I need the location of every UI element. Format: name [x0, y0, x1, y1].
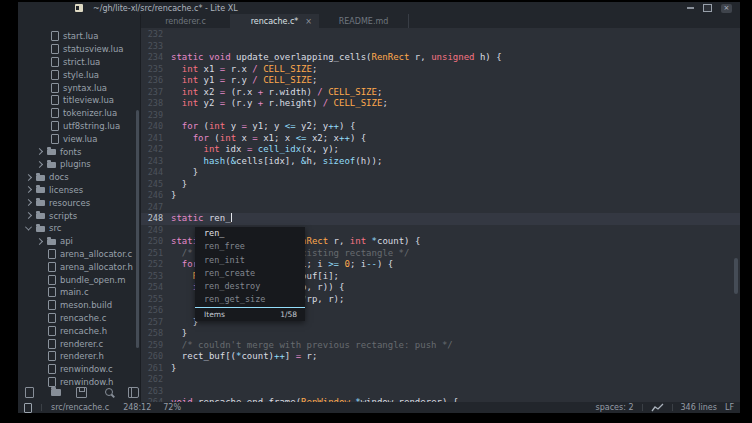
status-cursor-position[interactable]: 248:12 [123, 403, 151, 412]
save-icon [76, 387, 87, 398]
code-line[interactable]: 259 /* couldn't merge with previous rect… [141, 340, 740, 352]
chevron-right-icon[interactable] [25, 212, 32, 219]
tree-item-meson.build[interactable]: meson.build [18, 299, 140, 312]
status-line-ending[interactable]: LF [725, 403, 734, 412]
tree-item-syntax.lua[interactable]: syntax.lua [18, 81, 140, 94]
tree-item-statusview.lua[interactable]: statusview.lua [18, 43, 140, 56]
tree-item-strict.lua[interactable]: strict.lua [18, 56, 140, 69]
treeview-book-button[interactable] [127, 386, 140, 399]
tab-close-icon[interactable]: × [305, 14, 312, 28]
tree-item-main.c[interactable]: main.c [18, 286, 140, 299]
code-line[interactable]: 241 for (int x = x1; x <= x2; x++) { [141, 133, 740, 145]
code-line[interactable]: 239 [141, 110, 740, 122]
code-view[interactable]: 232233234static void update_overlapping_… [141, 28, 740, 402]
code-line[interactable]: 262 [141, 374, 740, 386]
code-line[interactable]: 246} [141, 190, 740, 202]
code-line[interactable]: 261} [141, 363, 740, 375]
tree-item-label: fonts [60, 147, 81, 157]
chevron-right-icon[interactable] [36, 161, 43, 168]
code-line[interactable]: 260 rect_buf[(*count)++] = r; [141, 351, 740, 363]
tree-item-docs[interactable]: docs [18, 171, 140, 184]
tree-item-titleview.lua[interactable]: titleview.lua [18, 94, 140, 107]
tab-rencache.c[interactable]: rencache.c*× [230, 14, 319, 28]
treeview-search-button[interactable] [101, 386, 114, 399]
maximize-icon[interactable] [703, 4, 712, 12]
autocomplete-item-ren_get_size[interactable]: ren_get_size [195, 293, 305, 306]
status-indent-mode[interactable]: spaces: 2 [596, 403, 634, 412]
code-line[interactable]: 238 int y2 = (r.y + r.height) / CELL_SIZ… [141, 98, 740, 110]
tree-item-src[interactable]: src [18, 222, 140, 235]
code-line[interactable]: 234static void update_overlapping_cells(… [141, 52, 740, 64]
code-line[interactable]: 247 [141, 202, 740, 214]
code-line[interactable]: 237 int x2 = (r.x + r.width) / CELL_SIZE… [141, 87, 740, 99]
code-line[interactable]: 233 [141, 41, 740, 53]
status-file-path[interactable]: src/rencache.c [51, 403, 109, 412]
code-line[interactable]: 258 } [141, 328, 740, 340]
tab-renderer.c[interactable]: renderer.c [141, 14, 230, 28]
code-line[interactable]: 264void rencache_end_frame(RenWindow *wi… [141, 397, 740, 402]
file-icon [48, 249, 56, 259]
code-line[interactable]: 245 } [141, 179, 740, 191]
tree-item-tokenizer.lua[interactable]: tokenizer.lua [18, 107, 140, 120]
tree-item-renderer.c[interactable]: renderer.c [18, 337, 140, 350]
tree-item-api[interactable]: api [18, 235, 140, 248]
editor-scrollbar[interactable] [734, 258, 738, 294]
chevron-right-icon[interactable] [25, 186, 32, 193]
code-line[interactable]: 240 for (int y = y1; y <= y2; y++) { [141, 121, 740, 133]
close-icon[interactable]: × [721, 4, 732, 13]
code-line[interactable]: 243 hash(&cells[idx], &h, sizeof(h)); [141, 156, 740, 168]
folder-icon [47, 239, 56, 245]
tree-item-renderer.h[interactable]: renderer.h [18, 350, 140, 363]
tree-item-rencache.h[interactable]: rencache.h [18, 324, 140, 337]
code-line[interactable]: 248static ren_ [141, 213, 740, 225]
code-line[interactable]: 232 [141, 29, 740, 41]
chevron-right-icon[interactable] [36, 148, 43, 155]
tree-item-arena_allocator.h[interactable]: arena_allocator.h [18, 260, 140, 273]
tree-item-utf8string.lua[interactable]: utf8string.lua [18, 120, 140, 133]
line-number: 258 [141, 328, 171, 340]
status-scroll-percent[interactable]: 72% [163, 403, 181, 412]
tree-item-style.lua[interactable]: style.lua [18, 68, 140, 81]
tree-item-scripts[interactable]: scripts [18, 209, 140, 222]
tree-item-resources[interactable]: resources [18, 196, 140, 209]
code-line[interactable]: 263 [141, 386, 740, 398]
tab-README.md[interactable]: README.md [319, 14, 408, 28]
tree-item-view.lua[interactable]: view.lua [18, 132, 140, 145]
chevron-right-icon[interactable] [36, 238, 43, 245]
line-number: 257 [141, 317, 171, 329]
treeview-save-button[interactable] [75, 386, 88, 399]
treeview-new-file-button[interactable] [23, 386, 36, 399]
autocomplete-item-ren_[interactable]: ren_ [195, 227, 305, 240]
tree-item-start.lua[interactable]: start.lua [18, 30, 140, 43]
tree-item-fonts[interactable]: fonts [18, 145, 140, 158]
tree-item-arena_allocator.c[interactable]: arena_allocator.c [18, 248, 140, 261]
code-line[interactable]: 236 int y1 = r.y / CELL_SIZE; [141, 75, 740, 87]
tree-item-plugins[interactable]: plugins [18, 158, 140, 171]
line-number: 232 [141, 29, 171, 41]
treeview-open-folder-button[interactable] [49, 386, 62, 399]
minimize-icon[interactable] [687, 7, 694, 9]
tree-item-licenses[interactable]: licenses [18, 184, 140, 197]
tree-item-bundle_open.m[interactable]: bundle_open.m [18, 273, 140, 286]
tree-item-renwindow.c[interactable]: renwindow.c [18, 363, 140, 376]
status-line-count[interactable]: 346 lines [681, 403, 717, 412]
chevron-down-icon[interactable] [25, 223, 32, 230]
code-line[interactable]: 244 } [141, 167, 740, 179]
code-line[interactable]: 242 int idx = cell_idx(x, y); [141, 144, 740, 156]
chevron-right-icon[interactable] [25, 199, 32, 206]
title-bar[interactable]: ~/gh/lite-xl/src/rencache.c* - Lite XL × [18, 2, 740, 14]
tree-scrollbar[interactable] [136, 110, 139, 348]
performance-graph-icon[interactable] [651, 403, 664, 412]
autocomplete-item-ren_init[interactable]: ren_init [195, 254, 305, 267]
line-number: 262 [141, 374, 171, 386]
file-icon [51, 95, 59, 105]
file-icon [24, 403, 32, 413]
line-text: int y1 = r.y / CELL_SIZE; [171, 75, 317, 87]
autocomplete-item-ren_create[interactable]: ren_create [195, 267, 305, 280]
autocomplete-item-ren_destroy[interactable]: ren_destroy [195, 280, 305, 293]
tree-item-rencache.c[interactable]: rencache.c [18, 312, 140, 325]
code-line[interactable]: 235 int x1 = r.x / CELL_SIZE; [141, 64, 740, 76]
autocomplete-item-ren_free[interactable]: ren_free [195, 240, 305, 253]
tree-item-label: style.lua [63, 70, 99, 80]
chevron-right-icon[interactable] [25, 174, 32, 181]
